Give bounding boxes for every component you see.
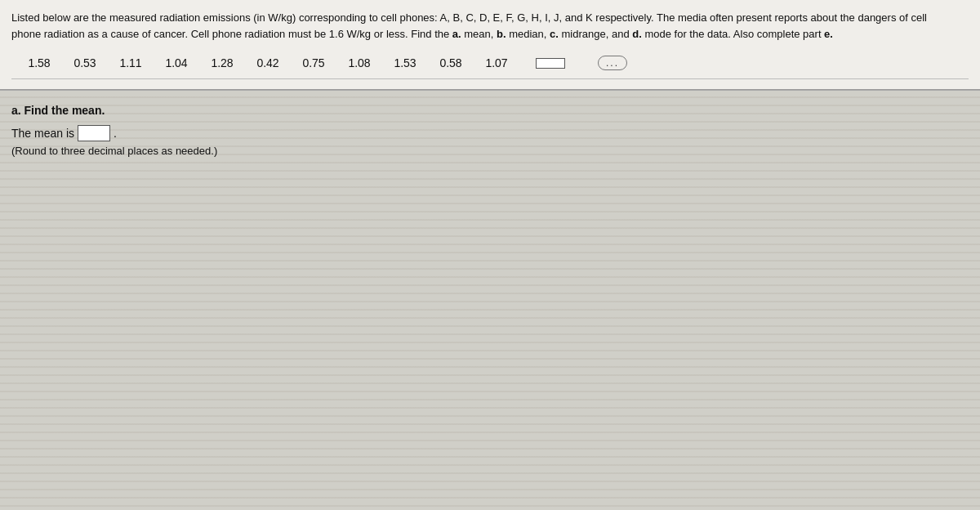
data-value-5: 1.28 (207, 56, 237, 69)
data-value-10: 0.58 (436, 56, 466, 69)
checkbox-input[interactable] (536, 58, 565, 69)
mean-input[interactable] (78, 125, 110, 141)
problem-container: Listed below are the measured radiation … (0, 0, 980, 90)
data-value-11: 1.07 (482, 56, 511, 69)
data-value-8: 1.08 (345, 56, 374, 69)
data-value-6: 0.42 (253, 56, 283, 69)
data-value-1: 1.58 (24, 56, 54, 69)
period: . (114, 127, 117, 140)
data-value-2: 0.53 (70, 56, 100, 69)
data-value-4: 1.04 (162, 56, 191, 69)
data-values-row: 1.58 0.53 1.11 1.04 1.28 0.42 0.75 1.08 … (11, 51, 969, 79)
expand-button[interactable]: ... (598, 56, 627, 70)
data-value-9: 1.53 (390, 56, 420, 69)
mean-answer-line: The mean is . (11, 125, 969, 141)
data-value-7: 0.75 (299, 56, 328, 69)
round-note: (Round to three decimal places as needed… (11, 145, 969, 157)
section-a-title: a. Find the mean. (11, 104, 969, 117)
data-value-3: 1.11 (116, 56, 145, 69)
mean-label: The mean is (11, 127, 74, 140)
problem-description: Listed below are the measured radiation … (11, 10, 969, 42)
answer-area: a. Find the mean. The mean is . (Round t… (0, 91, 980, 170)
